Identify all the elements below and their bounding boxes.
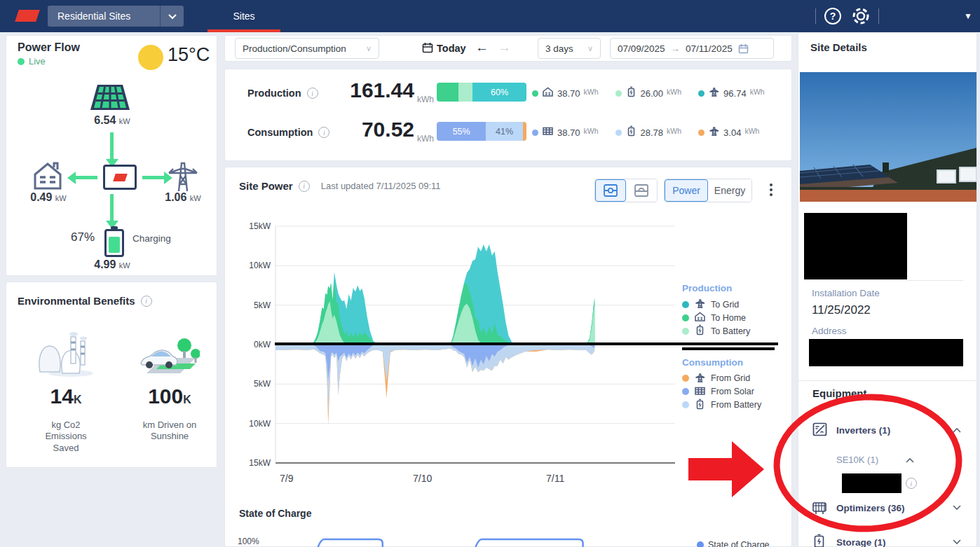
legend-value: 26.00	[641, 88, 664, 99]
legend-dot-icon	[532, 130, 538, 136]
power-toggle-button[interactable]: Power	[665, 179, 708, 202]
zero-line-legend-divider	[682, 347, 775, 350]
top-navbar: Residential Sites Sites ? ▼	[0, 0, 980, 32]
site-power-title: Site Power	[239, 180, 293, 192]
state-of-charge-chart[interactable]	[232, 533, 688, 547]
chevron-down-icon[interactable]	[953, 539, 961, 545]
legend-unit: kWh	[584, 88, 599, 96]
power-energy-toggle: Power Energy	[664, 179, 752, 202]
legend-dot-icon	[615, 130, 622, 136]
grid-icon	[708, 125, 720, 139]
solar-icon	[542, 125, 554, 139]
summary-legend-item: 38.70kWh	[532, 86, 599, 100]
legend-unit: kWh	[667, 88, 681, 96]
flow-arrow-solar-to-inverter	[110, 132, 114, 160]
summary-legend-item: 96.74kWh	[698, 86, 765, 100]
power-flow-card: Power Flow Live 15°C 6.54 kW 0.49 kW	[6, 35, 217, 276]
tab-sites-underline	[207, 29, 280, 32]
calendar-icon	[422, 42, 433, 56]
chart-legend-item[interactable]: From Grid	[682, 372, 787, 385]
svg-text:7/11: 7/11	[546, 473, 564, 484]
next-period-arrow[interactable]: →	[498, 40, 511, 55]
svg-text:10kW: 10kW	[249, 419, 271, 429]
svg-text:15kW: 15kW	[249, 458, 271, 468]
tab-sites[interactable]: Sites	[207, 0, 280, 32]
chart-legend-item[interactable]: To Grid	[682, 298, 787, 311]
battery-fill	[109, 237, 120, 253]
legend-label: From Solar	[711, 387, 754, 396]
chevron-down-icon[interactable]	[160, 6, 184, 27]
equipment-item-storage[interactable]: Storage (1)	[836, 537, 886, 547]
flow-arrow-inverter-to-grid	[142, 176, 165, 179]
today-button[interactable]: Today	[437, 43, 466, 54]
legend-unit: kWh	[750, 88, 765, 96]
home-power-value: 0.49 kW	[15, 191, 82, 204]
bar-segment	[458, 83, 472, 102]
legend-dot-icon	[682, 375, 689, 382]
summary-legend-item: 28.78kWh	[615, 125, 682, 139]
legend-label: From Battery	[711, 400, 761, 410]
solar-panel-icon	[90, 83, 130, 114]
battery-soc-value: 67%	[71, 230, 95, 244]
power-flow-title: Power Flow	[18, 41, 80, 54]
battery-icon	[625, 125, 637, 139]
last-updated-label: Last updated 7/11/2025 09:11	[321, 181, 441, 191]
soc-legend-label: State of Charge	[708, 540, 770, 547]
help-icon[interactable]: ?	[824, 8, 841, 25]
legend-consumption-title: Consumption	[682, 357, 787, 368]
divider	[798, 380, 978, 381]
chart-legend-item[interactable]: To Battery	[682, 324, 787, 338]
user-menu-caret-icon[interactable]: ▼	[964, 11, 972, 21]
site-power-chart[interactable]: 15kW10kW5kW0kW5kW10kW15kW7/97/107/11	[232, 219, 688, 492]
support-icon[interactable]	[852, 8, 869, 27]
svg-text:5kW: 5kW	[254, 300, 271, 310]
split-chart-toggle-button[interactable]	[626, 179, 657, 202]
legend-label: To Grid	[711, 300, 739, 310]
info-icon[interactable]: i	[299, 181, 310, 192]
battery-power-value: 4.99 kW	[6, 258, 218, 271]
more-options-kebab-icon[interactable]	[770, 181, 773, 198]
legend-label: From Grid	[711, 373, 750, 383]
date-to: 07/11/2025	[686, 43, 733, 54]
legend-unit: kWh	[584, 127, 599, 135]
storage-battery-icon	[814, 534, 824, 547]
consumption-total: 70.52	[323, 118, 414, 141]
chart-legend-item[interactable]: To Home	[682, 311, 787, 324]
info-icon[interactable]: i	[141, 296, 152, 307]
info-icon[interactable]: i	[307, 88, 318, 99]
legend-value: 3.04	[723, 127, 741, 138]
grid-icon	[694, 298, 706, 311]
view-selector-label: Production/Consumption	[243, 43, 346, 54]
legend-unit: kWh	[667, 127, 681, 135]
temperature-value: 15°C	[168, 44, 210, 66]
range-selector-label: 3 days	[545, 43, 573, 54]
mirrored-chart-toggle-button[interactable]	[595, 179, 626, 202]
legend-value: 96.74	[723, 88, 747, 99]
date-range-picker[interactable]: 07/09/2025 → 07/11/2025	[610, 38, 774, 59]
km-label: km Driven on Sunshine	[131, 420, 208, 443]
site-selector-dropdown[interactable]: Residential Sites	[48, 6, 184, 27]
legend-dot-icon	[698, 130, 705, 136]
legend-dot-icon	[682, 314, 689, 321]
svg-text:15kW: 15kW	[249, 221, 271, 231]
grid-icon	[708, 86, 720, 100]
summary-legend-item: 26.00kWh	[615, 86, 682, 100]
svg-text:10kW: 10kW	[249, 261, 271, 270]
production-unit: kWh	[417, 95, 434, 104]
view-selector-dropdown[interactable]: Production/Consumption ∨	[235, 38, 379, 59]
battery-state-label: Charging	[132, 233, 171, 244]
environmental-benefits-card: Environmental Benefits i 14K 100K kg Co2	[6, 282, 217, 468]
battery-icon	[625, 86, 637, 100]
range-selector-dropdown[interactable]: 3 days ∨	[538, 38, 601, 59]
legend-label: To Home	[711, 313, 746, 323]
live-label: Live	[29, 56, 46, 67]
bar-segment	[523, 122, 526, 141]
co2-factory-icon	[34, 331, 95, 380]
prev-period-arrow[interactable]: ←	[475, 40, 489, 55]
installation-date-label: Installation Date	[812, 288, 880, 298]
installation-date-value: 11/25/2022	[812, 303, 871, 317]
redacted-address	[809, 339, 963, 366]
soc-legend-dot-icon	[697, 541, 704, 547]
energy-toggle-button[interactable]: Energy	[708, 179, 751, 202]
summary-legend-item: 38.70kWh	[532, 125, 599, 139]
